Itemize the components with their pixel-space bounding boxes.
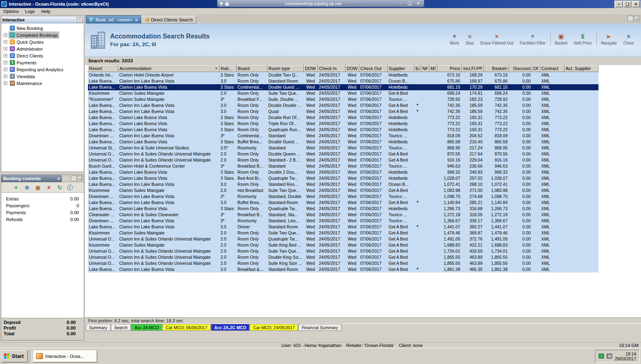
table-row[interactable]: Lake Buena... Clarion Lake Buena Vista 3… — [88, 84, 598, 90]
toolbar-button[interactable]: $ Nett Price — [571, 32, 597, 46]
column-header[interactable]: Price — [437, 65, 462, 72]
column-header[interactable]: Room type — [267, 65, 304, 72]
sidebar-item[interactable]: Q Quick Quotes — [1, 38, 84, 45]
table-row[interactable]: Kissimmee Clarion Suites Maingate 2.0 Ho… — [88, 187, 598, 194]
column-header[interactable]: NR — [421, 65, 429, 72]
column-header[interactable]: DOW — [345, 65, 359, 72]
column-header[interactable]: DOW — [304, 65, 318, 72]
column-header-icon[interactable]: ▼ — [215, 67, 218, 70]
menu-item[interactable]: Options — [0, 9, 22, 14]
column-header[interactable]: Er — [414, 65, 421, 72]
bottom-tab[interactable]: Search — [111, 324, 131, 331]
sidebar-item[interactable]: D Direct Clients — [1, 52, 84, 59]
toolbar-button[interactable]: × Erase Filtered Out — [477, 32, 516, 46]
tab-direct-clients-search[interactable]: Direct Clients Search — [141, 16, 196, 23]
column-header[interactable]: Check Out — [359, 65, 388, 72]
table-row[interactable]: Kissimmee Clarion Suites Maingate 2.0 Ro… — [88, 90, 598, 96]
toolbar-button[interactable]: ▣ Basket — [552, 32, 571, 46]
column-header[interactable]: Resort — [88, 65, 118, 72]
expand-icon[interactable] — [4, 81, 7, 85]
expand-icon[interactable] — [4, 40, 7, 44]
table-row[interactable]: Lake Buena... Clarion Inn Lake Buena Vis… — [88, 200, 598, 206]
booking-toolbar-icon[interactable]: ▣ — [34, 184, 42, 191]
rdp-restore-button[interactable] — [406, 1, 413, 6]
sidebar-item[interactable]: + New Booking — [1, 25, 84, 32]
column-header[interactable]: Check In — [318, 65, 345, 72]
booking-row[interactable]: Extras 0.00 — [1, 195, 84, 202]
menu-item[interactable]: Help — [38, 9, 54, 14]
table-row[interactable]: Downtown ... Clarion Inn Lake Buena Vist… — [88, 218, 598, 224]
table-row[interactable]: Lake Buena... Clarion Lake Buena Vista 3… — [88, 206, 598, 212]
table-row[interactable]: Lake Buena... Clarion Lake Buena Vista 3… — [88, 121, 598, 127]
panel-restore-button[interactable] — [634, 16, 640, 21]
table-row[interactable]: *Kissimmee* Clarion Suites Maingate 3* B… — [88, 96, 598, 102]
sidebar-item[interactable]: M Maintenance — [1, 80, 84, 87]
sidebar-item[interactable]: R Reporting and Analytics — [1, 66, 84, 73]
bottom-tab[interactable]: Financial Summary — [298, 324, 341, 331]
table-row[interactable]: Universal O... Clarion Inn & Suites Orla… — [88, 236, 598, 242]
column-header[interactable]: Incl.Fl.PP — [462, 65, 484, 72]
booking-row[interactable]: Passengers 0 — [1, 202, 84, 209]
rdp-close-button[interactable] — [415, 1, 422, 6]
expand-icon[interactable] — [4, 61, 7, 64]
sidebar-item[interactable]: A Administrator — [1, 45, 84, 52]
table-row[interactable]: Kissimmee Clarion Suites Maingate 2.0 Ro… — [88, 230, 598, 236]
table-row[interactable]: Lake Buena... Clarion Lake Buena Vista 3… — [88, 115, 598, 121]
table-row[interactable]: Lake Buena... Clarion Lake Buena Vista 3… — [88, 175, 598, 181]
sidebar-item[interactable]: $ Payments — [1, 59, 84, 66]
close-button[interactable] — [632, 1, 640, 7]
toolbar-button[interactable]: × Close — [620, 32, 637, 46]
table-row[interactable]: Lake Buena... Clarion Inn Lake Buena Vis… — [88, 109, 598, 115]
pin-icon[interactable] — [220, 2, 223, 5]
maximize-button[interactable] — [624, 1, 631, 7]
booking-toolbar-icon[interactable]: ⊕ — [23, 184, 31, 191]
table-row[interactable]: Downtown ... Clarion Inn Lake Buena Vist… — [88, 194, 598, 200]
column-header[interactable]: Accommodation ▼ — [118, 65, 219, 72]
table-row[interactable]: Downtown ... Clarion Inn Lake Buena Vist… — [88, 133, 598, 139]
column-header[interactable]: Rati.. — [219, 65, 236, 72]
rdp-minimize-button[interactable] — [397, 1, 404, 6]
tray-clock[interactable]: 19:14 29/03/2017 — [615, 351, 636, 361]
table-row[interactable]: Lake Buena... Clarion Lake Buena Vista 3… — [88, 139, 598, 145]
booking-row[interactable]: Payments 0.00 — [1, 209, 84, 216]
table-row[interactable]: Universal O... Clarion Inn & Suites Orla… — [88, 254, 598, 260]
table-row[interactable]: Lake Buena... Clarion Inn Lake Buena Vis… — [88, 181, 598, 187]
table-row[interactable]: Lake Buena... Clarion Inn Lake Buena Vis… — [88, 78, 598, 84]
bottom-tab[interactable]: Summary — [86, 324, 111, 331]
booking-panel-minimize-button[interactable] — [71, 176, 77, 181]
start-button[interactable]: Start — [1, 350, 28, 362]
tray-display-icon[interactable]: ▤ — [607, 353, 612, 359]
booking-row[interactable]: Refunds 0.00 — [1, 216, 84, 223]
menu-item[interactable]: Logs — [22, 9, 38, 14]
bottom-tab[interactable]: Car MCO; 24/05/2017 — [250, 324, 298, 331]
bottom-tab[interactable]: Car MCO; 05/06/2017 — [162, 324, 211, 331]
table-row[interactable]: Universal O... Clarion Inn & Suites Orla… — [88, 157, 598, 163]
column-header[interactable]: Basket ▾ — [484, 65, 509, 72]
column-header[interactable]: Discount — [509, 65, 532, 72]
booking-toolbar-icon[interactable]: + — [13, 184, 20, 191]
expand-icon[interactable] — [4, 47, 7, 51]
table-row[interactable]: Universal St... Clarion Inn & Suite Univ… — [88, 145, 598, 151]
column-header-icon[interactable]: ▾ — [506, 67, 507, 70]
table-row[interactable]: Kissimmee Clarion Suites Maingate 2.0 Ro… — [88, 242, 598, 248]
table-row[interactable]: Universal O... Clarion Inn & Suites Orla… — [88, 260, 598, 266]
booking-toolbar-icon[interactable]: ↻ — [56, 184, 64, 191]
toolbar-button[interactable]: ■ Stop — [462, 32, 477, 46]
table-row[interactable]: Lake Buena... Clarion Inn Lake Buena Vis… — [88, 266, 598, 272]
table-row[interactable]: Busch Gard... Clarion Hotel & Conference… — [88, 163, 598, 169]
collapse-panel-button[interactable] — [77, 17, 83, 22]
sidebar-item[interactable]: ✓ Completed Bookings — [1, 32, 84, 38]
table-row[interactable]: Lake Buena... Clarion Inn Lake Buena Vis… — [88, 224, 598, 230]
table-row[interactable]: Lake Buena... Clarion Lake Buena Vista 3… — [88, 169, 598, 175]
booking-toolbar-icon[interactable]: i — [67, 185, 73, 190]
booking-panel-restore-button[interactable] — [77, 176, 83, 181]
column-header[interactable]: MS — [429, 65, 437, 72]
tab-close-icon[interactable] — [135, 17, 138, 22]
expand-icon[interactable] — [4, 33, 7, 37]
panel-minimize-button[interactable] — [628, 16, 633, 21]
toolbar-button[interactable]: ▼ Facilities Filter — [517, 32, 551, 46]
booking-panel-close-icon[interactable] — [57, 176, 60, 181]
column-header[interactable]: Act. Supplier — [564, 65, 598, 72]
table-row[interactable]: Clearwater ... Clarion Inn & Suites Clea… — [88, 212, 598, 218]
column-header[interactable]: Supplier — [388, 65, 414, 72]
